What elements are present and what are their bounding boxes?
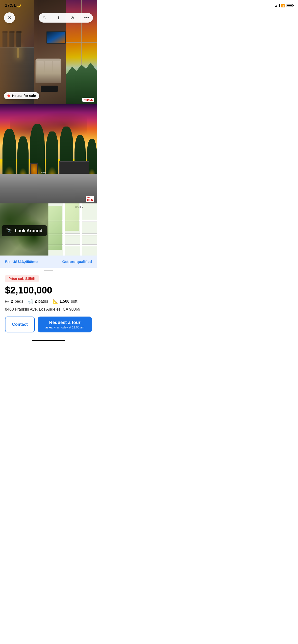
block-icon[interactable]: ⊘ (70, 15, 74, 20)
beds-label: beds (15, 299, 23, 304)
bath-icon: 🛁 (28, 299, 33, 304)
request-tour-button[interactable]: Request a tour as early as today at 11:0… (38, 316, 92, 332)
contact-button[interactable]: Contact (5, 316, 35, 332)
map-terrain-1 (49, 206, 62, 250)
baths-label: baths (39, 299, 48, 304)
sqft-label: sqft (71, 299, 78, 304)
status-time: 17:51 (5, 3, 16, 8)
bed-icon: 🛏 (5, 299, 10, 304)
main-interior-image: ✕ ♡ ⬆ ⊘ ••• House for sale THE MLS (0, 0, 97, 104)
sqft-value: 1,500 (60, 299, 70, 304)
exterior-mls-badge: THE MLS (86, 196, 94, 202)
red-dot-icon (8, 94, 10, 97)
tree-1 (3, 129, 16, 178)
map-road-4 (63, 204, 65, 258)
binoculars-icon: 🔭 (6, 228, 12, 234)
map-road-5 (80, 204, 82, 258)
separator3 (79, 16, 79, 20)
house-number: 8460 (41, 171, 46, 174)
look-around-label: Look Around (15, 228, 42, 234)
tree-4 (46, 132, 58, 178)
bottom-panel: Est. US$13,450/mo Get pre-qualified Pric… (0, 256, 97, 353)
tour-sub-text: as early as today at 11:00 am (45, 326, 84, 329)
road (0, 174, 97, 204)
baths-detail: 🛁 2 baths (28, 299, 48, 304)
baths-count: 2 (35, 299, 37, 304)
get-prequalified-button[interactable]: Get pre-qualified (62, 260, 92, 264)
look-around-button[interactable]: 🔭 Look Around (2, 225, 47, 236)
look-around-section: 🔭 Look Around HOLLY (0, 204, 97, 258)
beds-detail: 🛏 2 beds (5, 299, 23, 304)
more-icon[interactable]: ••• (84, 16, 89, 20)
tour-main-text: Request a tour (49, 320, 81, 325)
property-address: 8460 Franklin Ave, Los Angeles, CA 90069 (0, 307, 97, 316)
beds-count: 2 (11, 299, 13, 304)
moon-icon: 🌙 (17, 4, 21, 8)
area-icon: 📐 (53, 299, 58, 304)
separator (52, 16, 52, 20)
property-details: 🛏 2 beds 🛁 2 baths 📐 1,500 sqft (0, 299, 97, 307)
sheet-handle (44, 270, 53, 271)
map-view[interactable]: HOLLY (49, 204, 97, 258)
mls-text: MLS (87, 98, 93, 101)
mls-badge: THE MLS (82, 98, 94, 102)
nav-overlay: ✕ ♡ ⬆ ⊘ ••• (0, 12, 97, 23)
favorite-icon[interactable]: ♡ (43, 15, 47, 20)
property-badge-label: House for sale (12, 94, 36, 98)
exterior-image: 8460 THE MLS (0, 104, 97, 204)
look-around-image: 🔭 Look Around (0, 204, 49, 258)
action-pills: ♡ ⬆ ⊘ ••• (39, 13, 93, 22)
est-label: Est. (5, 260, 12, 264)
close-button[interactable]: ✕ (4, 12, 15, 23)
mortgage-amount: US$13,450/mo (13, 260, 38, 264)
home-indicator (32, 340, 65, 341)
property-badge: House for sale (4, 92, 39, 99)
separator2 (65, 16, 65, 20)
share-icon[interactable]: ⬆ (57, 16, 60, 20)
status-bar: 17:51 🌙 📶 (0, 0, 97, 10)
listing-price: $2,100,000 (0, 285, 97, 299)
price-cut-badge: Price cut: $150K (5, 275, 39, 282)
mortgage-bar: Est. US$13,450/mo Get pre-qualified (0, 256, 97, 268)
map-terrain-2 (65, 204, 79, 231)
mortgage-estimate: Est. US$13,450/mo (5, 260, 38, 264)
action-buttons: Contact Request a tour as early as today… (0, 316, 97, 338)
sqft-detail: 📐 1,500 sqft (53, 299, 78, 304)
